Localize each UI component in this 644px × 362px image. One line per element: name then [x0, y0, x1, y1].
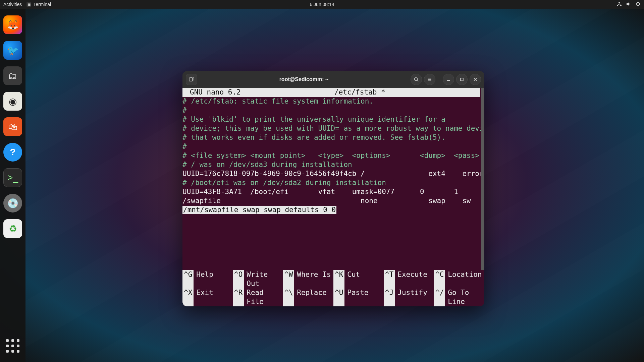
svg-point-0	[619, 2, 620, 3]
window-titlebar[interactable]: root@Sedicomm: ~	[182, 71, 484, 88]
power-icon[interactable]	[635, 1, 641, 8]
nano-key-location: ^C	[434, 270, 445, 288]
nano-key-paste: ^U	[333, 288, 344, 306]
activities-button[interactable]: Activities	[3, 2, 22, 7]
terminal-viewport[interactable]: GNU nano 6.2 /etc/fstab * # /etc/fstab: …	[182, 88, 484, 270]
nano-app-version: GNU nano 6.2	[184, 88, 241, 97]
nano-key-replace: ^\	[283, 288, 294, 306]
nano-key-execute: ^T	[384, 270, 395, 288]
minimize-button[interactable]	[443, 74, 454, 85]
nano-editor-content[interactable]: # /etc/fstab: static file system informa…	[182, 97, 480, 215]
close-button[interactable]	[470, 74, 481, 85]
show-applications-button[interactable]	[3, 337, 22, 355]
new-tab-button[interactable]	[186, 74, 197, 85]
topbar-datetime[interactable]: 6 Jun 08:14	[310, 2, 334, 7]
gnome-topbar: Activities ▣ Terminal 6 Jun 08:14	[0, 0, 644, 9]
nano-key-exit: ^X	[182, 288, 194, 306]
window-title: root@Sedicomm: ~	[197, 76, 411, 82]
dock-firefox[interactable]: 🦊	[3, 15, 22, 34]
nano-key-gotoline: ^/	[434, 288, 445, 306]
dock-files[interactable]: 🗂	[3, 66, 22, 85]
svg-line-7	[417, 80, 418, 81]
nano-key-cut: ^K	[333, 270, 344, 288]
nano-filename: /etc/fstab *	[241, 88, 479, 97]
maximize-button[interactable]	[456, 74, 468, 85]
svg-rect-12	[461, 78, 463, 81]
nano-titlebar: GNU nano 6.2 /etc/fstab *	[182, 88, 480, 97]
dock-help[interactable]: ?	[3, 143, 22, 162]
dock-disks[interactable]: 💿	[3, 194, 22, 213]
dock-terminal[interactable]: >_	[3, 168, 22, 187]
gnome-dock: 🦊 🐦 🗂 ◉ 🛍 ? >_ 💿 ♻	[0, 9, 25, 362]
nano-key-help: ^G	[182, 270, 194, 288]
dock-thunderbird[interactable]: 🐦	[3, 41, 22, 60]
svg-point-6	[415, 78, 418, 81]
network-icon[interactable]	[616, 1, 622, 8]
nano-cursor-line: /mnt/swapfile swap swap defaults 0 0	[182, 206, 336, 214]
svg-rect-5	[189, 78, 193, 81]
nano-key-whereis: ^W	[283, 270, 294, 288]
topbar-app-menu[interactable]: ▣ Terminal	[26, 2, 51, 7]
dock-rhythmbox[interactable]: ◉	[3, 92, 22, 111]
volume-icon[interactable]	[626, 1, 631, 8]
hamburger-menu-button[interactable]	[424, 74, 435, 85]
nano-key-justify: ^J	[384, 288, 395, 306]
search-button[interactable]	[411, 74, 422, 85]
terminal-icon: ▣	[26, 2, 31, 7]
nano-key-readfile: ^R	[233, 288, 244, 306]
dock-software[interactable]: 🛍	[3, 117, 22, 136]
terminal-window: root@Sedicomm: ~ GNU nano 6.2 /etc/fstab…	[182, 71, 484, 306]
nano-shortcut-bar: ^GHelp ^OWrite Out ^WWhere Is ^KCut ^TEx…	[182, 270, 484, 306]
topbar-app-name: Terminal	[33, 2, 51, 7]
dock-trash[interactable]: ♻	[3, 219, 22, 238]
nano-key-writeout: ^O	[233, 270, 244, 288]
